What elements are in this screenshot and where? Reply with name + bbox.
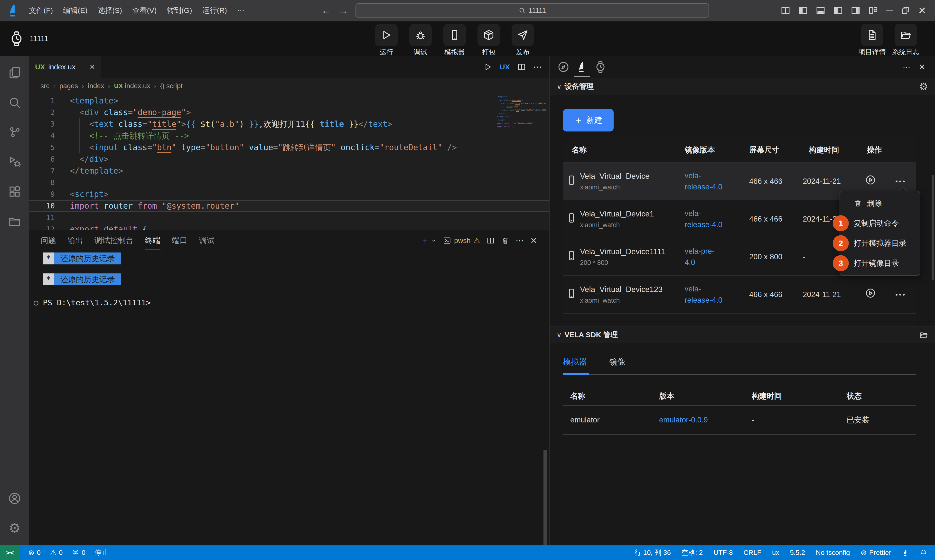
status-vela-status[interactable] bbox=[902, 549, 909, 556]
minimize-window-button[interactable]: ─ bbox=[886, 6, 893, 15]
terminal[interactable]: *还原的历史记录*还原的历史记录 PS D:\test\1.5.2\11111> bbox=[29, 251, 549, 307]
panel-scrollbar[interactable] bbox=[543, 450, 547, 545]
panel-tab-problems[interactable]: 问题 bbox=[40, 235, 56, 246]
close-window-button[interactable]: ✕ bbox=[918, 6, 926, 15]
panel-tab-debug[interactable]: 调试 bbox=[199, 235, 215, 246]
panel-more-button[interactable]: ⋯ bbox=[516, 237, 524, 245]
context-menu-copy-launch-command[interactable]: 1 复制启动命令 bbox=[840, 213, 920, 233]
device-more-button[interactable]: ••• bbox=[895, 177, 906, 185]
device-image-version-link[interactable]: vela-release-4.0 bbox=[672, 208, 735, 230]
status-warnings[interactable]: ⚠0 bbox=[50, 549, 63, 557]
code-line-3[interactable]: 3 <text class="title">{{ $t("a.b") }},欢迎… bbox=[29, 118, 549, 130]
activitybar-extensions[interactable] bbox=[1, 177, 28, 206]
new-device-button[interactable]: ＋ 新建 bbox=[563, 109, 614, 131]
panel-tab-debug-console[interactable]: 调试控制台 bbox=[94, 235, 134, 246]
status-ide-version[interactable]: 5.5.2 bbox=[790, 549, 805, 557]
breadcrumb-item[interactable]: index bbox=[88, 82, 104, 90]
split-terminal-button[interactable] bbox=[486, 237, 495, 245]
code-line-6[interactable]: 6 </div> bbox=[29, 153, 549, 165]
sidebar-more-button[interactable]: ⋯ bbox=[903, 63, 910, 71]
menu-go[interactable]: 转到(G) bbox=[161, 3, 197, 18]
panel-tab-ports[interactable]: 端口 bbox=[172, 235, 188, 246]
breadcrumb-item[interactable]: src bbox=[40, 82, 49, 90]
code-line-4[interactable]: 4 <!-- 点击跳转详情页 --> bbox=[29, 130, 549, 142]
sdk-section-header[interactable]: ∨ VELA SDK 管理 bbox=[550, 326, 935, 343]
device-image-version-link[interactable]: vela-release-4.0 bbox=[672, 170, 735, 192]
sidebar-close-button[interactable]: ✕ bbox=[919, 63, 925, 71]
status-notifications[interactable] bbox=[920, 549, 927, 556]
activitybar-run-and-debug[interactable] bbox=[1, 147, 28, 177]
kill-terminal-button[interactable] bbox=[501, 237, 509, 245]
editor-more-button[interactable]: ⋯ bbox=[533, 63, 542, 71]
toolbar-debug-button[interactable]: 调试 bbox=[405, 24, 436, 57]
menu-view[interactable]: 查看(V) bbox=[127, 3, 161, 18]
status-ports-forwarded[interactable]: 0 bbox=[72, 549, 86, 557]
activitybar-accounts[interactable] bbox=[1, 483, 28, 513]
toolbar-system-logs-button[interactable]: 系统日志 bbox=[890, 24, 921, 57]
sdk-tab-images[interactable]: 镜像 bbox=[609, 357, 626, 368]
sdk-tab-simulator[interactable]: 模拟器 bbox=[563, 357, 587, 368]
terminal-instance-pwsh[interactable]: pwsh⚠ bbox=[443, 237, 480, 245]
code-line-2[interactable]: 2 <div class="demo-page"> bbox=[29, 107, 549, 118]
menu-edit[interactable]: 编辑(E) bbox=[58, 3, 92, 18]
activitybar-projects[interactable] bbox=[1, 206, 28, 236]
minimap[interactable]: <template> <div class="demo-page"> <text… bbox=[497, 95, 546, 139]
device-run-button[interactable] bbox=[865, 174, 876, 186]
toolbar-simulator-button[interactable]: 模拟器 bbox=[439, 24, 470, 57]
customize-layout-button[interactable] bbox=[868, 6, 878, 15]
activitybar-source-control[interactable] bbox=[1, 117, 28, 147]
gear-icon[interactable]: ⚙ bbox=[919, 82, 928, 92]
history-forward-button[interactable]: → bbox=[338, 5, 348, 16]
command-decoration-icon[interactable] bbox=[34, 301, 38, 306]
status-errors[interactable]: ⊗0 bbox=[28, 549, 41, 557]
code-line-9[interactable]: 9<script> bbox=[29, 188, 549, 200]
context-menu-open-image-directory[interactable]: 3 打开镜像目录 bbox=[840, 253, 920, 273]
toggle-panel-button[interactable] bbox=[816, 6, 826, 15]
ux-preview-button[interactable]: UX bbox=[500, 63, 510, 71]
toolbar-run-button[interactable]: 运行 bbox=[371, 24, 402, 57]
panel-tab-terminal[interactable]: 终端 bbox=[145, 235, 160, 246]
sdk-version-link[interactable]: emulator-0.0.9 bbox=[659, 415, 752, 425]
code-editor[interactable]: 1<template>2 <div class="demo-page">3 <t… bbox=[29, 94, 549, 229]
tab-close-icon[interactable]: ✕ bbox=[89, 63, 95, 71]
toggle-secondary-sidebar-button[interactable] bbox=[851, 6, 861, 15]
activitybar-settings[interactable]: ⚙ bbox=[1, 513, 28, 543]
command-center-search[interactable]: 11111 bbox=[355, 3, 709, 17]
code-line-5[interactable]: 5 <input class="btn" type="button" value… bbox=[29, 142, 549, 153]
sidebar-tab-compass[interactable] bbox=[557, 59, 570, 74]
code-line-1[interactable]: 1<template> bbox=[29, 95, 549, 107]
device-run-button[interactable] bbox=[865, 288, 876, 299]
remote-indicator[interactable]: >< bbox=[0, 545, 20, 560]
device-more-button[interactable]: ••• bbox=[895, 291, 906, 298]
toolbar-project-details-button[interactable]: 项目详情 bbox=[857, 24, 888, 57]
device-table-scrollbar[interactable] bbox=[932, 175, 934, 280]
history-back-button[interactable]: ← bbox=[321, 5, 331, 16]
code-line-7[interactable]: 7</template> bbox=[29, 165, 549, 177]
menu-selection[interactable]: 选择(S) bbox=[92, 3, 127, 18]
status-indentation[interactable]: 空格: 2 bbox=[681, 548, 703, 557]
status-tsconfig[interactable]: No tsconfig bbox=[816, 549, 850, 557]
breadcrumb-item[interactable]: UXindex.ux bbox=[114, 82, 150, 90]
device-row[interactable]: Vela_Virtual_Device123xiaomi_watch vela-… bbox=[563, 275, 916, 313]
device-section-header[interactable]: ∨ 设备管理 ⚙ bbox=[550, 78, 935, 95]
menu-run[interactable]: 运行(R) bbox=[197, 3, 232, 18]
breadcrumb-item[interactable]: pages bbox=[59, 82, 78, 90]
tab-index-ux[interactable]: UX index.ux ✕ bbox=[29, 56, 101, 78]
sidebar-tab-vela[interactable] bbox=[576, 59, 588, 74]
code-line-12[interactable]: 12export default { bbox=[29, 223, 549, 229]
toggle-left-layout-button[interactable] bbox=[833, 6, 843, 15]
context-menu-open-simulator-directory[interactable]: 2 打开模拟器目录 bbox=[840, 233, 920, 253]
code-line-11[interactable]: 11 bbox=[29, 212, 549, 223]
code-line-10[interactable]: 10import router from "@system.router" bbox=[29, 200, 549, 212]
sidebar-tab-watch[interactable] bbox=[594, 59, 607, 74]
restore-window-button[interactable] bbox=[900, 6, 910, 15]
new-terminal-button[interactable]: ＋ bbox=[420, 236, 437, 245]
context-menu-delete[interactable]: 删除 bbox=[840, 193, 920, 213]
activitybar-explorer[interactable] bbox=[1, 58, 28, 88]
code-line-8[interactable]: 8 bbox=[29, 177, 549, 188]
close-panel-button[interactable]: ✕ bbox=[530, 237, 537, 245]
status-stop[interactable]: 停止 bbox=[95, 548, 108, 557]
status-encoding[interactable]: UTF-8 bbox=[714, 549, 733, 557]
menu-more[interactable]: ⋯ bbox=[232, 3, 249, 18]
status-cursor-position[interactable]: 行 10, 列 36 bbox=[635, 548, 671, 557]
